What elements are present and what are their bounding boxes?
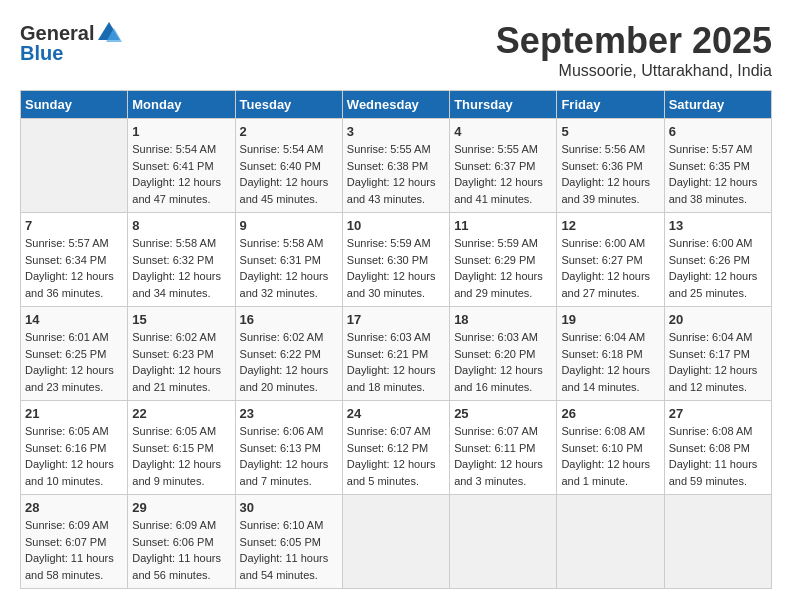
calendar-cell: 18Sunrise: 6:03 AMSunset: 6:20 PMDayligh… bbox=[450, 307, 557, 401]
day-number: 2 bbox=[240, 124, 338, 139]
calendar-cell: 29Sunrise: 6:09 AMSunset: 6:06 PMDayligh… bbox=[128, 495, 235, 589]
day-number: 17 bbox=[347, 312, 445, 327]
day-info: Sunrise: 5:58 AMSunset: 6:32 PMDaylight:… bbox=[132, 235, 230, 301]
calendar-cell: 13Sunrise: 6:00 AMSunset: 6:26 PMDayligh… bbox=[664, 213, 771, 307]
calendar-cell: 16Sunrise: 6:02 AMSunset: 6:22 PMDayligh… bbox=[235, 307, 342, 401]
day-info: Sunrise: 5:59 AMSunset: 6:30 PMDaylight:… bbox=[347, 235, 445, 301]
weekday-header-friday: Friday bbox=[557, 91, 664, 119]
calendar-cell: 10Sunrise: 5:59 AMSunset: 6:30 PMDayligh… bbox=[342, 213, 449, 307]
day-info: Sunrise: 6:00 AMSunset: 6:26 PMDaylight:… bbox=[669, 235, 767, 301]
month-title: September 2025 bbox=[496, 20, 772, 62]
calendar-cell: 5Sunrise: 5:56 AMSunset: 6:36 PMDaylight… bbox=[557, 119, 664, 213]
day-info: Sunrise: 5:56 AMSunset: 6:36 PMDaylight:… bbox=[561, 141, 659, 207]
day-number: 25 bbox=[454, 406, 552, 421]
day-info: Sunrise: 6:04 AMSunset: 6:18 PMDaylight:… bbox=[561, 329, 659, 395]
calendar-week-row: 14Sunrise: 6:01 AMSunset: 6:25 PMDayligh… bbox=[21, 307, 772, 401]
weekday-header-wednesday: Wednesday bbox=[342, 91, 449, 119]
day-number: 10 bbox=[347, 218, 445, 233]
day-info: Sunrise: 6:02 AMSunset: 6:23 PMDaylight:… bbox=[132, 329, 230, 395]
calendar-cell: 19Sunrise: 6:04 AMSunset: 6:18 PMDayligh… bbox=[557, 307, 664, 401]
day-info: Sunrise: 6:07 AMSunset: 6:12 PMDaylight:… bbox=[347, 423, 445, 489]
calendar-cell bbox=[664, 495, 771, 589]
day-info: Sunrise: 5:55 AMSunset: 6:37 PMDaylight:… bbox=[454, 141, 552, 207]
day-number: 13 bbox=[669, 218, 767, 233]
calendar-cell bbox=[342, 495, 449, 589]
day-number: 7 bbox=[25, 218, 123, 233]
weekday-header-sunday: Sunday bbox=[21, 91, 128, 119]
day-info: Sunrise: 6:06 AMSunset: 6:13 PMDaylight:… bbox=[240, 423, 338, 489]
weekday-header-tuesday: Tuesday bbox=[235, 91, 342, 119]
day-number: 24 bbox=[347, 406, 445, 421]
calendar-cell: 1Sunrise: 5:54 AMSunset: 6:41 PMDaylight… bbox=[128, 119, 235, 213]
calendar-cell: 8Sunrise: 5:58 AMSunset: 6:32 PMDaylight… bbox=[128, 213, 235, 307]
day-number: 16 bbox=[240, 312, 338, 327]
day-number: 19 bbox=[561, 312, 659, 327]
calendar-cell: 30Sunrise: 6:10 AMSunset: 6:05 PMDayligh… bbox=[235, 495, 342, 589]
weekday-header-monday: Monday bbox=[128, 91, 235, 119]
calendar-cell bbox=[450, 495, 557, 589]
calendar-cell: 9Sunrise: 5:58 AMSunset: 6:31 PMDaylight… bbox=[235, 213, 342, 307]
day-number: 18 bbox=[454, 312, 552, 327]
calendar-cell: 26Sunrise: 6:08 AMSunset: 6:10 PMDayligh… bbox=[557, 401, 664, 495]
calendar-week-row: 1Sunrise: 5:54 AMSunset: 6:41 PMDaylight… bbox=[21, 119, 772, 213]
calendar-cell: 7Sunrise: 5:57 AMSunset: 6:34 PMDaylight… bbox=[21, 213, 128, 307]
day-info: Sunrise: 6:05 AMSunset: 6:16 PMDaylight:… bbox=[25, 423, 123, 489]
day-info: Sunrise: 6:03 AMSunset: 6:21 PMDaylight:… bbox=[347, 329, 445, 395]
day-number: 28 bbox=[25, 500, 123, 515]
logo-icon bbox=[96, 20, 122, 46]
day-info: Sunrise: 5:54 AMSunset: 6:40 PMDaylight:… bbox=[240, 141, 338, 207]
calendar-cell: 22Sunrise: 6:05 AMSunset: 6:15 PMDayligh… bbox=[128, 401, 235, 495]
day-number: 20 bbox=[669, 312, 767, 327]
calendar-cell: 24Sunrise: 6:07 AMSunset: 6:12 PMDayligh… bbox=[342, 401, 449, 495]
header: General Blue September 2025 Mussoorie, U… bbox=[20, 20, 772, 80]
calendar-cell: 27Sunrise: 6:08 AMSunset: 6:08 PMDayligh… bbox=[664, 401, 771, 495]
location-title: Mussoorie, Uttarakhand, India bbox=[496, 62, 772, 80]
calendar-cell: 20Sunrise: 6:04 AMSunset: 6:17 PMDayligh… bbox=[664, 307, 771, 401]
day-number: 3 bbox=[347, 124, 445, 139]
day-number: 12 bbox=[561, 218, 659, 233]
day-number: 11 bbox=[454, 218, 552, 233]
day-info: Sunrise: 6:03 AMSunset: 6:20 PMDaylight:… bbox=[454, 329, 552, 395]
calendar-cell: 12Sunrise: 6:00 AMSunset: 6:27 PMDayligh… bbox=[557, 213, 664, 307]
day-number: 9 bbox=[240, 218, 338, 233]
calendar-cell: 2Sunrise: 5:54 AMSunset: 6:40 PMDaylight… bbox=[235, 119, 342, 213]
day-info: Sunrise: 6:02 AMSunset: 6:22 PMDaylight:… bbox=[240, 329, 338, 395]
day-number: 30 bbox=[240, 500, 338, 515]
calendar-cell: 11Sunrise: 5:59 AMSunset: 6:29 PMDayligh… bbox=[450, 213, 557, 307]
calendar-week-row: 28Sunrise: 6:09 AMSunset: 6:07 PMDayligh… bbox=[21, 495, 772, 589]
day-info: Sunrise: 6:04 AMSunset: 6:17 PMDaylight:… bbox=[669, 329, 767, 395]
weekday-header-saturday: Saturday bbox=[664, 91, 771, 119]
calendar-cell: 23Sunrise: 6:06 AMSunset: 6:13 PMDayligh… bbox=[235, 401, 342, 495]
calendar-cell bbox=[21, 119, 128, 213]
day-number: 26 bbox=[561, 406, 659, 421]
day-info: Sunrise: 5:57 AMSunset: 6:35 PMDaylight:… bbox=[669, 141, 767, 207]
weekday-header-row: SundayMondayTuesdayWednesdayThursdayFrid… bbox=[21, 91, 772, 119]
day-number: 14 bbox=[25, 312, 123, 327]
calendar-table: SundayMondayTuesdayWednesdayThursdayFrid… bbox=[20, 90, 772, 589]
day-info: Sunrise: 5:57 AMSunset: 6:34 PMDaylight:… bbox=[25, 235, 123, 301]
calendar-cell: 4Sunrise: 5:55 AMSunset: 6:37 PMDaylight… bbox=[450, 119, 557, 213]
day-info: Sunrise: 5:59 AMSunset: 6:29 PMDaylight:… bbox=[454, 235, 552, 301]
weekday-header-thursday: Thursday bbox=[450, 91, 557, 119]
calendar-cell bbox=[557, 495, 664, 589]
calendar-week-row: 7Sunrise: 5:57 AMSunset: 6:34 PMDaylight… bbox=[21, 213, 772, 307]
logo-text: General Blue bbox=[20, 20, 124, 65]
day-info: Sunrise: 6:01 AMSunset: 6:25 PMDaylight:… bbox=[25, 329, 123, 395]
day-info: Sunrise: 6:10 AMSunset: 6:05 PMDaylight:… bbox=[240, 517, 338, 583]
calendar-cell: 28Sunrise: 6:09 AMSunset: 6:07 PMDayligh… bbox=[21, 495, 128, 589]
day-number: 15 bbox=[132, 312, 230, 327]
day-number: 21 bbox=[25, 406, 123, 421]
day-number: 27 bbox=[669, 406, 767, 421]
day-info: Sunrise: 6:08 AMSunset: 6:08 PMDaylight:… bbox=[669, 423, 767, 489]
logo: General Blue bbox=[20, 20, 124, 65]
day-info: Sunrise: 5:55 AMSunset: 6:38 PMDaylight:… bbox=[347, 141, 445, 207]
calendar-cell: 14Sunrise: 6:01 AMSunset: 6:25 PMDayligh… bbox=[21, 307, 128, 401]
day-info: Sunrise: 5:58 AMSunset: 6:31 PMDaylight:… bbox=[240, 235, 338, 301]
calendar-cell: 25Sunrise: 6:07 AMSunset: 6:11 PMDayligh… bbox=[450, 401, 557, 495]
day-number: 1 bbox=[132, 124, 230, 139]
day-number: 29 bbox=[132, 500, 230, 515]
calendar-cell: 6Sunrise: 5:57 AMSunset: 6:35 PMDaylight… bbox=[664, 119, 771, 213]
day-number: 8 bbox=[132, 218, 230, 233]
day-info: Sunrise: 6:09 AMSunset: 6:07 PMDaylight:… bbox=[25, 517, 123, 583]
day-info: Sunrise: 6:09 AMSunset: 6:06 PMDaylight:… bbox=[132, 517, 230, 583]
